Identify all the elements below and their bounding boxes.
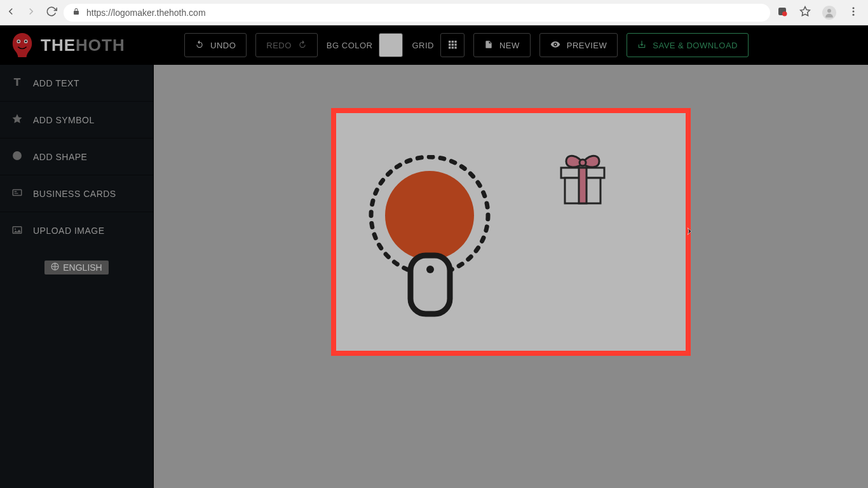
- svg-rect-13: [454, 41, 456, 43]
- svg-rect-22: [13, 190, 22, 196]
- canvas-area[interactable]: [154, 65, 868, 488]
- svg-rect-17: [449, 46, 451, 48]
- svg-point-10: [25, 41, 27, 43]
- logo-text: THEHOTH: [41, 36, 125, 55]
- circle-icon: [11, 150, 23, 163]
- undo-button[interactable]: UNDO: [184, 33, 247, 57]
- eye-icon: [550, 39, 560, 51]
- lock-icon: [72, 7, 80, 18]
- svg-rect-23: [15, 191, 17, 193]
- sidebar-item-label: BUSINESS CARDS: [33, 189, 116, 199]
- file-icon: [484, 40, 493, 51]
- sidebar-item-business-cards[interactable]: BUSINESS CARDS: [0, 175, 153, 212]
- svg-point-26: [15, 228, 16, 229]
- svg-point-4: [853, 7, 855, 9]
- sidebar-item-add-symbol[interactable]: ADD SYMBOL: [0, 102, 153, 139]
- svg-point-6: [853, 13, 855, 15]
- save-label: SAVE & DOWNLOAD: [653, 41, 738, 50]
- svg-point-29: [385, 171, 474, 260]
- svg-rect-35: [579, 168, 587, 203]
- svg-rect-11: [449, 41, 451, 43]
- svg-rect-15: [452, 43, 454, 45]
- svg-rect-12: [452, 41, 454, 43]
- browser-actions: [776, 6, 863, 20]
- image-icon: [11, 224, 23, 238]
- sidebar-item-upload-image[interactable]: UPLOAD IMAGE: [0, 212, 153, 249]
- new-label: NEW: [499, 41, 520, 50]
- preview-button[interactable]: PREVIEW: [539, 33, 618, 57]
- svg-rect-16: [454, 43, 456, 45]
- svg-point-31: [426, 266, 434, 273]
- artboard-wrap: [336, 113, 686, 351]
- redo-icon: [298, 40, 307, 51]
- profile-avatar[interactable]: [822, 6, 836, 20]
- text-icon: [11, 76, 23, 90]
- back-icon[interactable]: [5, 6, 17, 20]
- resize-cursor-icon: [684, 226, 695, 239]
- sidebar: ADD TEXT ADD SYMBOL ADD SHAPE BUSINESS C…: [0, 65, 154, 488]
- main-row: ADD TEXT ADD SYMBOL ADD SHAPE BUSINESS C…: [0, 65, 868, 488]
- grid-group: GRID: [412, 33, 465, 57]
- svg-point-9: [18, 41, 20, 43]
- grid-label: GRID: [412, 41, 434, 50]
- svg-point-5: [853, 10, 855, 12]
- svg-rect-30: [410, 255, 450, 314]
- svg-marker-2: [801, 6, 810, 15]
- browser-chrome: https://logomaker.thehoth.com: [0, 0, 868, 25]
- address-bar[interactable]: https://logomaker.thehoth.com: [64, 4, 770, 22]
- undo-label: UNDO: [210, 41, 236, 50]
- browser-nav: [5, 6, 57, 20]
- topbar: THEHOTH UNDO REDO BG COLOR GRID: [0, 25, 868, 65]
- svg-rect-24: [15, 193, 18, 194]
- menu-icon[interactable]: [848, 6, 859, 20]
- card-icon: [11, 187, 23, 200]
- toolbar-actions: UNDO REDO BG COLOR GRID NEW: [184, 33, 749, 57]
- bgcolor-group: BG COLOR: [327, 33, 403, 57]
- extension-icon[interactable]: [776, 6, 788, 20]
- language-label: ENGLISH: [63, 262, 102, 273]
- bgcolor-label: BG COLOR: [327, 41, 373, 50]
- paddle-symbol[interactable]: [363, 155, 503, 320]
- new-button[interactable]: NEW: [473, 33, 531, 57]
- reload-icon[interactable]: [46, 6, 57, 20]
- svg-rect-14: [449, 43, 451, 45]
- svg-rect-19: [454, 46, 456, 48]
- logo-mark-icon: [10, 32, 34, 58]
- artboard[interactable]: [336, 113, 686, 351]
- sidebar-item-label: ADD SYMBOL: [33, 115, 95, 125]
- svg-point-3: [827, 9, 831, 13]
- redo-label: REDO: [266, 41, 292, 50]
- grid-button[interactable]: [440, 33, 465, 57]
- svg-marker-20: [13, 114, 22, 123]
- globe-icon: [51, 262, 59, 273]
- redo-button[interactable]: REDO: [255, 33, 318, 57]
- save-button[interactable]: SAVE & DOWNLOAD: [627, 33, 749, 57]
- grid-icon: [447, 39, 458, 51]
- star-icon[interactable]: [799, 6, 811, 20]
- star-icon: [11, 113, 23, 126]
- app: THEHOTH UNDO REDO BG COLOR GRID: [0, 25, 868, 488]
- sidebar-item-label: ADD TEXT: [33, 78, 79, 88]
- sidebar-item-add-text[interactable]: ADD TEXT: [0, 65, 153, 102]
- sidebar-item-label: ADD SHAPE: [33, 152, 87, 162]
- brand-logo[interactable]: THEHOTH: [10, 32, 137, 58]
- gift-symbol[interactable]: [557, 150, 608, 207]
- forward-icon[interactable]: [25, 6, 37, 20]
- svg-point-21: [13, 152, 21, 159]
- language-selector[interactable]: ENGLISH: [44, 261, 108, 274]
- svg-point-32: [580, 159, 586, 166]
- svg-point-1: [782, 11, 787, 17]
- svg-rect-18: [452, 46, 454, 48]
- download-icon: [637, 40, 646, 51]
- url-text: https://logomaker.thehoth.com: [86, 8, 206, 18]
- undo-icon: [195, 40, 204, 51]
- preview-label: PREVIEW: [567, 41, 607, 50]
- bgcolor-swatch[interactable]: [379, 33, 403, 57]
- sidebar-item-label: UPLOAD IMAGE: [33, 226, 105, 236]
- sidebar-item-add-shape[interactable]: ADD SHAPE: [0, 139, 153, 175]
